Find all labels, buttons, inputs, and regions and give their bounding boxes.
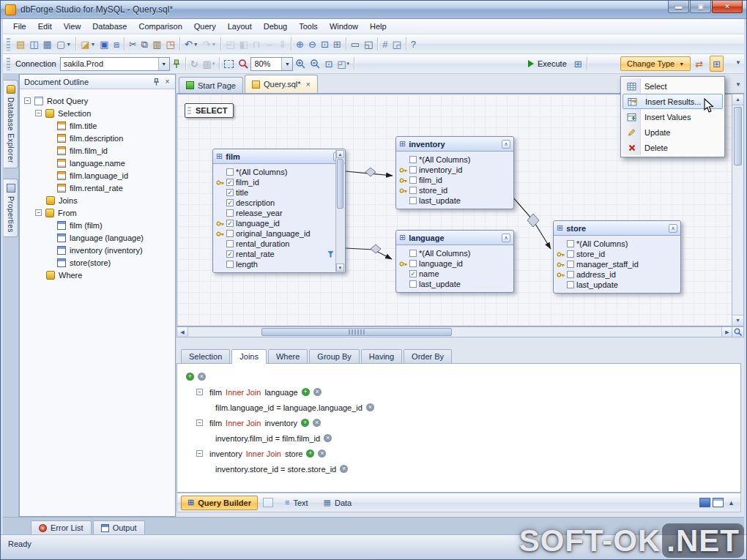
scroll-up-arrow[interactable]: ▲ [732, 94, 743, 105]
join-group-row[interactable]: −inventoryInner Joinstore+× [186, 446, 740, 461]
scroll-right-arrow[interactable]: ▶ [721, 327, 732, 337]
outline-node-store-store[interactable]: store(store) [20, 256, 175, 269]
collapse-panel-chevron-icon[interactable]: ▲ [726, 499, 737, 507]
tree-expander-icon[interactable]: − [196, 450, 203, 457]
new-sql-editor-icon[interactable]: ▤ [14, 36, 27, 52]
dropdown-arrow-icon[interactable]: ▼ [193, 42, 198, 47]
new-query-builder-icon[interactable]: ◫ [27, 36, 40, 52]
outline-node-film-film[interactable]: film (film) [20, 219, 175, 231]
format-code-icon[interactable]: ◳ [163, 36, 176, 52]
scroll-left-arrow[interactable]: ◀ [177, 327, 188, 337]
column-checkbox[interactable] [226, 230, 234, 237]
menu-file[interactable]: File [7, 20, 32, 33]
zoom-in-icon[interactable]: ⊕ [294, 36, 306, 52]
zoom-100-icon[interactable]: ⊡ [319, 36, 331, 52]
column-row-last-update[interactable]: last_update [557, 280, 678, 290]
column-row-last-update[interactable]: last_update [399, 195, 511, 206]
zoom-in-tool-icon[interactable] [293, 56, 308, 72]
scroll-down-arrow[interactable]: ▼ [732, 315, 743, 326]
tree-expander-icon[interactable]: − [196, 419, 203, 426]
minimize-button[interactable]: ▬ [668, 1, 689, 13]
tab-query-sql[interactable]: Query.sql*× [245, 75, 318, 93]
dock-panel-icon[interactable] [699, 498, 710, 507]
outline-node-selection[interactable]: −Selection [20, 107, 175, 119]
save-all-icon[interactable]: ⧈ [111, 36, 122, 52]
column-checkbox[interactable]: ✓ [226, 250, 234, 258]
pin-connection-icon[interactable] [170, 56, 183, 72]
menu-item-delete[interactable]: Delete [622, 140, 723, 155]
collapse-table-button[interactable]: ∧ [502, 140, 510, 149]
menu-query[interactable]: Query [188, 20, 222, 33]
column-checkbox[interactable] [409, 197, 417, 204]
toolbar-overflow-icon[interactable]: ▼ [735, 59, 741, 66]
column-checkbox[interactable] [226, 209, 234, 217]
tree-expander-icon[interactable]: − [196, 389, 203, 395]
side-tab-database-explorer[interactable]: Database Explorer [4, 80, 18, 168]
column-checkbox[interactable] [409, 260, 417, 267]
toolbar-grip[interactable] [7, 58, 10, 70]
table-card-store[interactable]: ⊞store∧*(All Columns)store_idmanager_sta… [553, 220, 681, 294]
clone-view-icon[interactable] [263, 498, 273, 507]
column-row-store-id[interactable]: store_id [557, 249, 678, 259]
tab-close-icon[interactable]: × [306, 80, 311, 89]
tab-selection[interactable]: Selection [181, 349, 230, 363]
outline-node-film-language-id[interactable]: film.language_id [20, 169, 175, 182]
tree-expander-icon[interactable]: − [35, 110, 42, 116]
column-checkbox[interactable]: ✓ [226, 199, 234, 206]
tab-start-page[interactable]: Start Page [179, 77, 243, 93]
column-row-language-id[interactable]: language_id [399, 258, 511, 269]
outline-node-root-query[interactable]: −Root Query [20, 94, 175, 107]
menu-debug[interactable]: Debug [258, 20, 293, 33]
add-condition-icon[interactable]: + [302, 388, 310, 396]
connection-combobox[interactable]: sakila.Prod ▼ [60, 57, 170, 71]
column-checkbox[interactable] [226, 168, 234, 176]
column-checkbox[interactable] [567, 261, 574, 268]
undo-icon[interactable]: ↶▼ [182, 36, 201, 52]
join-group-row[interactable]: −filmInner Joinlanguage+× [186, 384, 740, 400]
diagram-horizontal-scrollbar[interactable]: ◀ ▶ [176, 326, 733, 337]
zoom-combobox[interactable]: 80% ▼ [250, 57, 293, 71]
panel-header[interactable]: Document Outline × [20, 75, 175, 89]
zoom-out-icon[interactable]: ⊖ [306, 36, 319, 52]
column-row-all-columns[interactable]: *(All Columns) [399, 154, 511, 165]
maximize-panel-icon[interactable] [713, 498, 724, 507]
column-row-all-columns[interactable]: *(All Columns) [399, 248, 511, 258]
tab-group-by[interactable]: Group By [309, 349, 359, 363]
zoom-fit-icon[interactable]: ⊡ [322, 56, 335, 72]
column-row-name[interactable]: ✓name [399, 269, 511, 279]
column-checkbox[interactable] [409, 176, 417, 184]
column-checkbox[interactable]: ✓ [226, 179, 234, 186]
column-row-all-columns[interactable]: *(All Columns) [557, 239, 678, 249]
chevron-down-icon[interactable]: ▼ [281, 58, 292, 70]
tab-joins[interactable]: Joins [231, 349, 267, 364]
fit-to-window-icon[interactable]: ⊞ [331, 36, 343, 52]
tab-where[interactable]: Where [268, 349, 308, 363]
remove-condition-icon[interactable]: × [324, 434, 332, 442]
outline-node-inventory-inventory[interactable]: inventory (inventory) [20, 244, 175, 256]
column-row-all-columns[interactable]: *(All Columns) [216, 167, 334, 177]
tab-error-list[interactable]: ×Error List [31, 520, 92, 534]
close-button[interactable]: ✕ [712, 1, 743, 13]
show-grid-icon[interactable]: # [380, 36, 390, 52]
remove-condition-icon[interactable]: × [340, 465, 348, 473]
column-checkbox[interactable] [567, 271, 574, 278]
side-tab-properties[interactable]: Properties [4, 179, 18, 238]
menu-window[interactable]: Window [324, 20, 364, 33]
menu-view[interactable]: View [58, 20, 87, 33]
maximize-button[interactable]: ▣ [690, 1, 711, 13]
outline-node-film-rental-rate[interactable]: film.rental_rate [20, 182, 175, 194]
menu-edit[interactable]: Edit [32, 20, 58, 33]
tab-output[interactable]: Output [93, 520, 145, 534]
view-data-button[interactable]: ▦Data [317, 496, 359, 510]
scroll-up-arrow[interactable]: ▲ [336, 150, 344, 158]
column-checkbox[interactable] [567, 240, 574, 247]
column-row-rental-rate[interactable]: ✓rental_rate [216, 249, 334, 259]
menu-item-update[interactable]: Update [622, 124, 723, 140]
tree-expander-icon[interactable]: − [35, 209, 42, 216]
outline-node-film-film-id[interactable]: film.film_id [20, 144, 175, 157]
splitter-grip-icon[interactable] [349, 329, 365, 335]
execute-button[interactable]: Execute [523, 58, 572, 70]
tab-order-by[interactable]: Order By [404, 349, 452, 363]
tab-having[interactable]: Having [361, 349, 402, 363]
join-condition-row[interactable]: inventory.store_id = store.store_id× [186, 461, 740, 477]
